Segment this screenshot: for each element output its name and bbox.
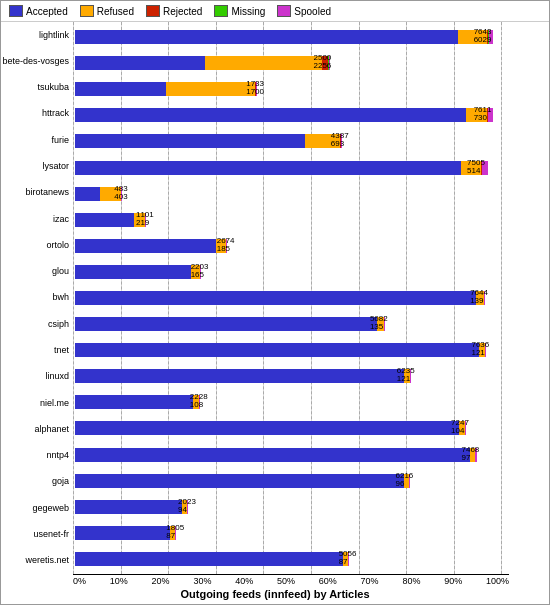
bar-row: 5682135: [75, 316, 509, 332]
x-axis-tick: 50%: [277, 576, 295, 586]
y-axis-label: goja: [52, 477, 69, 486]
bar-segment-accepted: [75, 343, 479, 357]
bar-segment-refused: [205, 56, 322, 70]
x-axis-tick: 20%: [152, 576, 170, 586]
bar-track: [75, 421, 509, 435]
bar-track: [75, 317, 509, 331]
bar-segment-spooled: [226, 239, 227, 253]
bar-segment-refused: [305, 134, 340, 148]
bar-segment-spooled: [410, 369, 411, 383]
y-axis-label: niel.me: [40, 399, 69, 408]
legend-refused: Refused: [80, 5, 134, 17]
bar-segment-accepted: [75, 239, 216, 253]
x-axis-ticks: 0%10%20%30%40%50%60%70%80%90%100%: [73, 576, 509, 586]
y-axis-labels: lightlinkbete-des-vosgestsukubahttrackfu…: [1, 22, 73, 574]
bar-row: 483403: [75, 186, 509, 202]
legend-spooled-label: Spooled: [294, 6, 331, 17]
y-axis-label: bete-des-vosges: [2, 57, 69, 66]
bar-row: 7505514: [75, 160, 509, 176]
y-axis-label: izac: [53, 215, 69, 224]
bar-segment-accepted: [75, 56, 205, 70]
bar-segment-refused: [166, 82, 255, 96]
bar-segment-spooled: [121, 187, 122, 201]
x-axis-tick: 40%: [235, 576, 253, 586]
spooled-color-swatch: [277, 5, 291, 17]
bar-segment-spooled: [465, 421, 466, 435]
bar-track: [75, 82, 509, 96]
bar-track: [75, 291, 509, 305]
missing-color-swatch: [214, 5, 228, 17]
refused-color-swatch: [80, 5, 94, 17]
bar-segment-refused: [216, 239, 226, 253]
bar-segment-spooled: [187, 500, 188, 514]
bar-track: [75, 448, 509, 462]
x-axis-tick: 80%: [402, 576, 420, 586]
bar-segment-spooled: [175, 526, 176, 540]
bar-segment-refused: [476, 291, 483, 305]
y-axis-label: birotanews: [25, 188, 69, 197]
bar-row: 4387693: [75, 133, 509, 149]
bar-segment-refused: [100, 187, 121, 201]
bar-row: 1101219: [75, 212, 509, 228]
bar-segment-spooled: [485, 343, 486, 357]
bar-segment-accepted: [75, 526, 170, 540]
y-axis-label: httrack: [42, 109, 69, 118]
y-axis-label: tnet: [54, 346, 69, 355]
bar-row: 25002256: [75, 55, 509, 71]
bar-segment-accepted: [75, 369, 404, 383]
rejected-color-swatch: [146, 5, 160, 17]
bar-track: [75, 343, 509, 357]
y-axis-label: lightlink: [39, 31, 69, 40]
legend-missing-label: Missing: [231, 6, 265, 17]
bar-row: 621696: [75, 473, 509, 489]
bar-track: [75, 134, 509, 148]
x-axis-tick: 70%: [361, 576, 379, 586]
bar-segment-accepted: [75, 265, 191, 279]
bar-segment-accepted: [75, 108, 466, 122]
bar-row: 746897: [75, 447, 509, 463]
grid-line: [73, 22, 74, 574]
bar-segment-spooled: [489, 30, 493, 44]
y-axis-label: furie: [51, 136, 69, 145]
bar-segment-refused: [458, 30, 488, 44]
legend-accepted-label: Accepted: [26, 6, 68, 17]
bar-segment-accepted: [75, 500, 182, 514]
bar-segment-accepted: [75, 448, 470, 462]
bar-segment-spooled: [348, 552, 349, 566]
bar-row: 7611730: [75, 107, 509, 123]
bar-row: 202394: [75, 499, 509, 515]
y-axis-label: lysator: [42, 162, 69, 171]
chart-container: Accepted Refused Rejected Missing Spoole…: [0, 0, 550, 605]
bar-row: 7644139: [75, 290, 509, 306]
y-axis-label: usenet-fr: [33, 530, 69, 539]
bar-row: 7636121: [75, 342, 509, 358]
y-axis-label: nntp4: [46, 451, 69, 460]
accepted-color-swatch: [9, 5, 23, 17]
bar-track: [75, 187, 509, 201]
bar-segment-spooled: [482, 161, 489, 175]
bar-segment-refused: [466, 108, 488, 122]
bar-segment-spooled: [199, 395, 200, 409]
x-axis-tick: 60%: [319, 576, 337, 586]
bar-segment-accepted: [75, 474, 404, 488]
bar-row: 2203165: [75, 264, 509, 280]
bar-segment-accepted: [75, 187, 100, 201]
x-axis-tick: 100%: [486, 576, 509, 586]
bar-segment-accepted: [75, 317, 377, 331]
bar-track: [75, 213, 509, 227]
bar-row: 7247104: [75, 420, 509, 436]
x-axis-tick: 90%: [444, 576, 462, 586]
bar-row: 180587: [75, 525, 509, 541]
bar-segment-accepted: [75, 291, 476, 305]
bar-segment-spooled: [145, 213, 146, 227]
y-axis-label: tsukuba: [37, 83, 69, 92]
x-axis-tick: 30%: [193, 576, 211, 586]
bar-segment-refused: [377, 317, 384, 331]
bar-segment-spooled: [475, 448, 477, 462]
bar-segment-accepted: [75, 421, 459, 435]
y-axis-label: weretis.net: [25, 556, 69, 565]
legend-accepted: Accepted: [9, 5, 68, 17]
bar-row: 2674185: [75, 238, 509, 254]
bar-segment-accepted: [75, 30, 458, 44]
bar-segment-spooled: [329, 56, 330, 70]
